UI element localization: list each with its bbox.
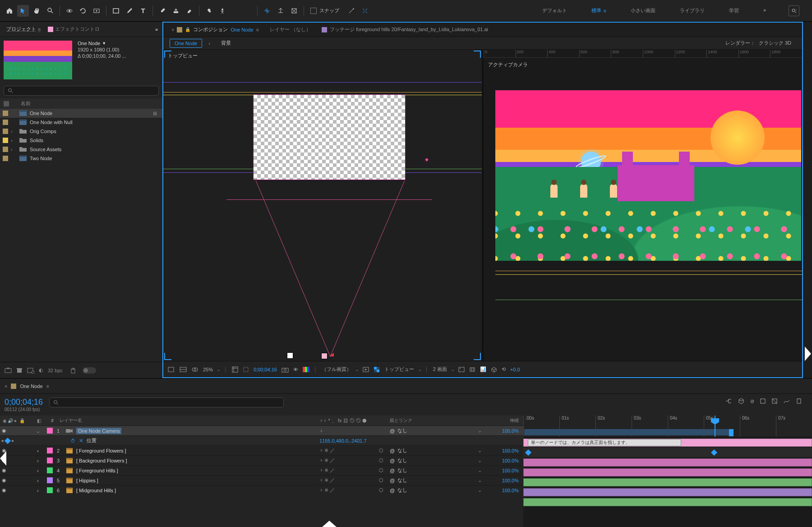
keyframe[interactable] xyxy=(525,449,531,456)
layer-row[interactable]: ◉⌵1One Node Camera♀@ なし⌵100.0% xyxy=(0,425,523,435)
comp-flowchart-icon[interactable] xyxy=(725,398,732,405)
workspace-default[interactable]: デフォルト xyxy=(537,5,572,16)
transparency-icon[interactable] xyxy=(374,366,380,373)
pickwhip-icon[interactable]: @ xyxy=(390,468,395,473)
track[interactable] xyxy=(523,457,812,467)
cube-icon[interactable]: ⬡ xyxy=(379,477,383,483)
layer-row[interactable]: ◉›5[ Hippies ]♀ ※ ／ ⬡@ なし⌵100.0% xyxy=(0,475,523,485)
playhead[interactable] xyxy=(715,416,715,437)
roto-tool-icon[interactable] xyxy=(203,5,215,17)
keyframe[interactable] xyxy=(711,449,717,456)
zoom-tool-icon[interactable] xyxy=(44,5,56,17)
new-comp-icon[interactable] xyxy=(27,367,34,374)
property-row[interactable]: ◂▸⏱⤨位置1155.0,480.0,-2401.7 xyxy=(0,435,523,445)
workspace-more-icon[interactable]: » xyxy=(758,5,771,16)
project-item[interactable]: ›Solids xyxy=(0,136,162,145)
snap-checkbox[interactable] xyxy=(310,8,317,14)
home-icon[interactable] xyxy=(4,5,15,17)
pan-behind-tool-icon[interactable] xyxy=(91,5,102,17)
timeline-ruler[interactable]: ;00s01s02s03s04s05s06s07s xyxy=(523,416,812,437)
project-item[interactable]: ›Orig Comps xyxy=(0,127,162,136)
stretch-value[interactable]: 100.0% xyxy=(484,468,523,473)
timeline-tab[interactable]: × One Node ≡ xyxy=(5,384,49,389)
lock-icon[interactable]: 🔒 xyxy=(185,27,190,32)
project-search[interactable] xyxy=(4,86,159,96)
fast-draft-icon[interactable]: 📊 xyxy=(480,366,486,372)
guides-icon[interactable] xyxy=(243,366,249,373)
layer-label[interactable] xyxy=(47,477,53,483)
brush-tool-icon[interactable] xyxy=(157,5,168,17)
marker[interactable]: 単一のノードでは、カメラは真正面を指します。 xyxy=(528,439,681,446)
views-dropdown[interactable]: 2 画面 xyxy=(433,366,447,373)
stretch-value[interactable]: 100.0% xyxy=(484,478,523,483)
parent-dropdown[interactable]: なし xyxy=(397,457,476,464)
property-value[interactable]: 1155.0,480.0,-2401.7 xyxy=(319,438,523,444)
parent-dropdown[interactable]: なし xyxy=(397,447,476,454)
layer-bar[interactable] xyxy=(523,468,812,476)
cube-icon[interactable]: ⬡ xyxy=(379,487,383,493)
stopwatch-icon[interactable]: ⏱ xyxy=(70,438,75,444)
pickwhip-icon[interactable]: @ xyxy=(390,478,395,483)
stretch-value[interactable]: 100.0% xyxy=(484,428,523,434)
panel-overflow-icon[interactable]: » xyxy=(155,27,158,32)
viewport-active-camera[interactable]: 020040060080010001200140016001800 アクティブカ… xyxy=(482,50,802,361)
project-item[interactable]: One Node with Null xyxy=(0,118,162,127)
track[interactable] xyxy=(523,467,812,477)
prev-kf-icon[interactable]: ◂ xyxy=(1,438,4,444)
clone-tool-icon[interactable] xyxy=(170,5,182,17)
breadcrumb-parent[interactable]: 背景 xyxy=(217,38,235,48)
footer-toggle[interactable] xyxy=(83,367,96,374)
visibility-icon[interactable]: ◉ xyxy=(2,477,6,483)
magnify-icon[interactable] xyxy=(168,366,175,373)
close-icon[interactable]: × xyxy=(171,27,174,32)
layer-row[interactable]: ◉›6[ Midground Hills ]♀ ※ ／ ⬡@ なし⌵100.0% xyxy=(0,485,523,495)
parent-dropdown[interactable]: なし xyxy=(397,467,476,474)
eraser-tool-icon[interactable] xyxy=(184,5,195,17)
channel-icon[interactable] xyxy=(303,367,309,372)
next-kf-icon[interactable]: ▸ xyxy=(12,438,14,444)
trash-icon[interactable] xyxy=(70,367,76,374)
renderer-icon[interactable]: ⟲ xyxy=(502,366,506,372)
grid-icon[interactable] xyxy=(232,366,238,373)
layer-label[interactable] xyxy=(47,458,53,463)
layer-bar[interactable] xyxy=(523,458,812,467)
search-all-icon[interactable] xyxy=(789,5,799,16)
timeline-timecode[interactable]: 0;00;04;16 00112 (24.00 fps) xyxy=(5,398,43,412)
puppet-tool-icon[interactable] xyxy=(217,5,228,17)
layer-bar[interactable] xyxy=(523,488,812,496)
visibility-icon[interactable]: ◉ xyxy=(2,428,6,434)
pen-tool-icon[interactable] xyxy=(124,5,135,17)
snapshot-icon[interactable] xyxy=(281,366,289,373)
project-column-header[interactable]: 名前 xyxy=(0,98,162,109)
project-item[interactable]: Two Node xyxy=(0,154,162,163)
timeline-search[interactable] xyxy=(49,398,284,407)
axis-local-icon[interactable] xyxy=(261,5,273,17)
layer-label[interactable] xyxy=(47,428,53,434)
renderer-info[interactable]: レンダラー： クラシック 3D xyxy=(725,40,802,46)
orbit-tool-icon[interactable] xyxy=(64,5,75,17)
project-item[interactable]: One Node⊞ xyxy=(0,109,162,118)
hand-tool-icon[interactable] xyxy=(31,5,42,17)
axis-world-icon[interactable] xyxy=(275,5,286,17)
axis-view-icon[interactable] xyxy=(288,5,300,17)
tab-effect-controls[interactable]: エフェクトコントロ xyxy=(46,24,102,34)
3d-icon[interactable] xyxy=(491,366,497,373)
fast-preview-icon[interactable] xyxy=(363,366,369,373)
text-tool-icon[interactable]: T xyxy=(137,5,149,17)
layer-label[interactable] xyxy=(47,448,53,453)
frame-blend-icon[interactable] xyxy=(760,398,766,404)
cube-icon[interactable]: ⬡ xyxy=(379,458,383,463)
layer-bar[interactable] xyxy=(523,478,812,486)
interpret-icon[interactable] xyxy=(5,367,12,374)
pickwhip-icon[interactable]: @ xyxy=(390,448,395,453)
pickwhip-icon[interactable]: @ xyxy=(390,458,395,463)
pickwhip-icon[interactable]: @ xyxy=(390,488,395,493)
time-value[interactable]: 0;00;04;16 xyxy=(254,367,277,372)
show-snapshot-icon[interactable]: 👁 xyxy=(293,367,298,372)
draft3d-icon[interactable] xyxy=(738,398,745,405)
rectangle-tool-icon[interactable] xyxy=(110,5,122,17)
project-item[interactable]: ›Source Assets xyxy=(0,145,162,154)
shy-icon[interactable]: ⊘ xyxy=(750,398,754,404)
pixel-aspect-icon[interactable] xyxy=(469,366,475,373)
project-search-input[interactable] xyxy=(16,88,155,93)
